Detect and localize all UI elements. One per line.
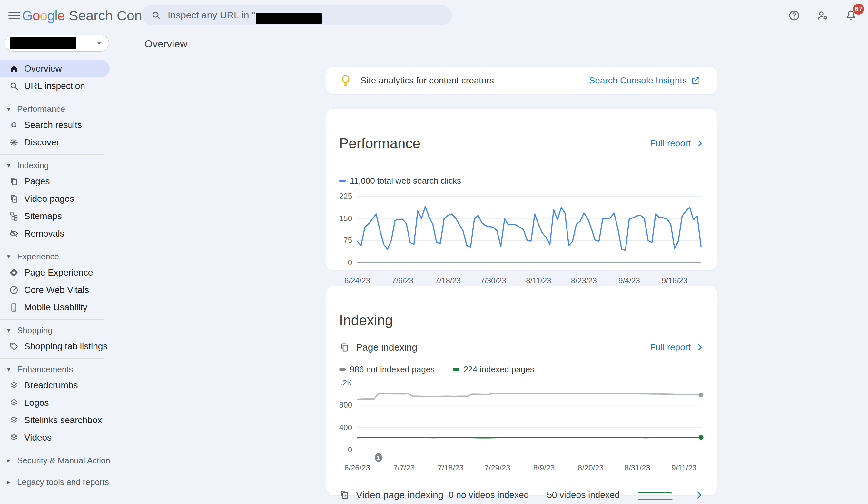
legend-label: 986 not indexed pages <box>350 365 435 375</box>
topbar-actions: 67 <box>787 0 858 31</box>
chevron-right-icon[interactable] <box>694 490 704 500</box>
indexing-full-report-link[interactable]: Full report <box>650 342 704 353</box>
google-logo: Google <box>22 8 65 23</box>
notification-count-badge: 67 <box>853 3 864 14</box>
sidebar-item-label: Core Web Vitals <box>24 285 89 295</box>
sidebar-section-shopping[interactable]: ▾Shopping <box>0 323 110 338</box>
sidebar-item-label: Videos <box>24 432 52 443</box>
chevron-down-icon: ▾ <box>5 105 13 113</box>
layers-icon <box>9 380 19 390</box>
sidebar-item-page-experience[interactable]: Page Experience <box>0 264 110 281</box>
layers-icon <box>9 416 19 425</box>
search-icon <box>9 81 19 91</box>
sidebar-item-sitemaps[interactable]: Sitemaps <box>0 208 110 225</box>
notifications-bell-icon[interactable]: 67 <box>844 8 858 23</box>
svg-text:7/7/23: 7/7/23 <box>393 463 415 472</box>
sidebar-item-removals[interactable]: Removals <box>0 225 110 242</box>
sidebar-item-sitelinks-searchbox[interactable]: Sitelinks searchbox <box>0 411 110 429</box>
sidebar-item-label: Shopping tab listings <box>24 341 107 351</box>
chevron-right-icon <box>695 139 704 148</box>
sidebar-item-label: Removals <box>24 229 64 239</box>
sidebar-item-logos[interactable]: Logos <box>0 394 110 411</box>
sidebar-section-performance[interactable]: ▾Performance <box>0 102 110 116</box>
sidebar-section-label: Indexing <box>17 160 49 170</box>
page-title: Overview <box>144 38 868 50</box>
main-menu-icon[interactable] <box>7 8 21 23</box>
sidebar-item-label: Overview <box>24 63 62 74</box>
performance-full-report-link[interactable]: Full report <box>650 138 704 149</box>
sidebar-item-discover[interactable]: Discover <box>0 134 110 151</box>
google-g-icon: G <box>9 120 19 130</box>
sidebar-item-search-results[interactable]: GSearch results <box>0 116 110 134</box>
video-indexing-sparkline <box>638 489 674 502</box>
sidebar-item-video-pages[interactable]: Video pages <box>0 190 110 208</box>
google-logo-letter: o <box>32 8 40 23</box>
sidebar-item-pages[interactable]: Pages <box>0 173 110 190</box>
svg-text:1: 1 <box>377 454 381 461</box>
svg-text:8/31/23: 8/31/23 <box>624 463 650 472</box>
svg-text:75: 75 <box>343 236 352 244</box>
svg-text:0: 0 <box>348 258 352 267</box>
lightbulb-icon <box>339 74 352 87</box>
sidebar-item-shopping-tab-listings[interactable]: Shopping tab listings <box>0 338 110 355</box>
svg-text:9/11/23: 9/11/23 <box>671 463 696 472</box>
layers-icon <box>9 398 19 408</box>
chevron-right-icon: ▸ <box>5 456 13 464</box>
legend-dash <box>339 368 346 370</box>
search-placeholder: Inspect any URL in " <box>168 10 255 21</box>
layers-icon <box>9 433 19 442</box>
sidebar-section-legacy-tools-and-reports[interactable]: ▸Legacy tools and reports <box>0 475 110 490</box>
svg-text:400: 400 <box>339 423 352 431</box>
video-page-indexing-row[interactable]: Video page indexing 0 no videos indexed … <box>339 485 704 504</box>
legend-label: 224 indexed pages <box>463 365 534 375</box>
shopping-tag-icon <box>9 342 19 351</box>
google-logo-letter: g <box>47 8 54 23</box>
performance-line-chart: 0751502256/24/237/6/237/18/237/30/238/11… <box>339 190 704 288</box>
sidebar-section-indexing[interactable]: ▾Indexing <box>0 158 110 173</box>
sidebar-item-label: Pages <box>24 176 50 187</box>
svg-text:8/23/23: 8/23/23 <box>571 276 597 285</box>
sidebar-section-security-and-manual-actions[interactable]: ▸Security & Manual Actions <box>0 453 110 468</box>
sidebar-item-label: Sitelinks searchbox <box>24 415 102 426</box>
svg-text:1.2K: 1.2K <box>339 378 352 387</box>
chevron-down-icon: ▾ <box>5 365 13 373</box>
sitemaps-icon <box>9 211 19 221</box>
sidebar-item-url-inspection[interactable]: URL inspection <box>0 77 110 95</box>
legend-label: 11,000 total web search clicks <box>350 176 461 186</box>
sidebar-section-label: Enhancements <box>17 365 73 375</box>
help-icon[interactable] <box>787 8 802 23</box>
sidebar-item-videos[interactable]: Videos <box>0 429 110 446</box>
property-selector[interactable] <box>4 35 109 52</box>
removals-icon <box>9 229 19 239</box>
svg-text:G: G <box>11 121 17 129</box>
divider <box>0 358 104 359</box>
svg-text:7/30/23: 7/30/23 <box>480 276 506 285</box>
redacted-property-name <box>10 38 76 49</box>
sidebar-item-breadcrumbs[interactable]: Breadcrumbs <box>0 377 110 394</box>
svg-text:0: 0 <box>348 445 352 454</box>
performance-card-title: Performance <box>339 135 421 151</box>
annotation-marker[interactable]: 1 <box>375 453 382 462</box>
sidebar-item-label: Search results <box>24 120 82 130</box>
sidebar-item-mobile-usability[interactable]: Mobile Usability <box>0 299 110 316</box>
performance-card: Performance Full report 11,000 total web… <box>326 108 717 270</box>
sidebar-section-enhancements[interactable]: ▾Enhancements <box>0 362 110 377</box>
sidebar-item-overview[interactable]: Overview <box>0 60 110 77</box>
sidebar-section-label: Shopping <box>17 325 53 335</box>
google-logo-letter: G <box>22 8 32 23</box>
chevron-right-icon <box>695 343 704 352</box>
svg-text:7/6/23: 7/6/23 <box>392 276 413 285</box>
insights-banner-text: Site analytics for content creators <box>361 75 494 86</box>
url-inspection-search-input[interactable]: Inspect any URL in " <box>142 5 452 25</box>
discover-icon <box>9 138 19 147</box>
insights-banner-card: Site analytics for content creators Sear… <box>326 67 717 94</box>
manage-users-icon[interactable] <box>815 8 830 23</box>
svg-text:8/20/23: 8/20/23 <box>578 463 603 472</box>
home-icon <box>9 64 19 73</box>
google-logo-letter: e <box>58 8 65 23</box>
sidebar-section-experience[interactable]: ▾Experience <box>0 249 110 264</box>
legend-dash <box>453 368 459 370</box>
sidebar: OverviewURL inspection▾PerformanceGSearc… <box>0 31 110 504</box>
search-console-insights-link[interactable]: Search Console Insights <box>589 75 700 86</box>
sidebar-item-core-web-vitals[interactable]: Core Web Vitals <box>0 281 110 299</box>
